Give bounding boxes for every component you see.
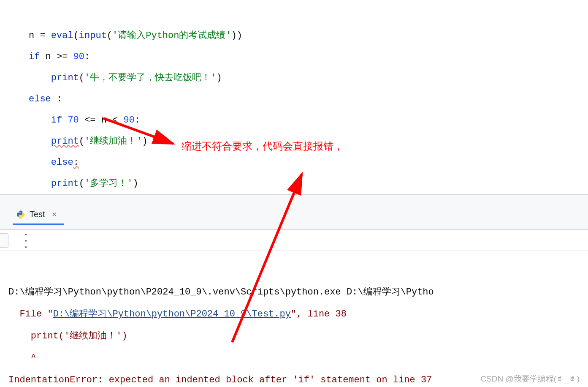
watermark: CSDN @我要学编程(ಥ_ಥ) bbox=[480, 373, 580, 384]
code-line-7: else: bbox=[29, 157, 79, 168]
code-line-5: if 70 <= n < 90: bbox=[29, 115, 140, 125]
code-line-2: if n >= 90: bbox=[29, 52, 90, 62]
console-traceback-file: File "D:\编程学习\Python\python\P2024_10_9\T… bbox=[8, 309, 347, 319]
console-error-message: IndentationError: expected an indented b… bbox=[8, 375, 432, 385]
code-line-4: else : bbox=[29, 94, 62, 104]
run-tab-bar: Test × bbox=[0, 200, 588, 230]
panel-divider[interactable] bbox=[0, 194, 588, 200]
console-output[interactable]: D:\编程学习\Python\python\P2024_10_9\.venv\S… bbox=[0, 251, 588, 387]
traceback-file-link[interactable]: D:\编程学习\Python\python\P2024_10_9\Test.py bbox=[53, 309, 291, 319]
run-tab-label: Test bbox=[30, 210, 45, 219]
python-icon bbox=[16, 210, 25, 219]
code-line-1: n = eval(input('请输入Python的考试成绩')) bbox=[29, 30, 242, 41]
annotation-text: 缩进不符合要求，代码会直接报错， bbox=[182, 139, 344, 153]
code-line-8: print('多学习！') bbox=[29, 178, 138, 189]
run-tab-test[interactable]: Test × bbox=[13, 206, 64, 225]
console-caret: ^ bbox=[8, 353, 36, 363]
code-line-6: print('继续加油！') bbox=[29, 136, 148, 147]
console-run-path: D:\编程学习\Python\python\P2024_10_9\.venv\S… bbox=[8, 287, 434, 297]
code-editor[interactable]: n = eval(input('请输入Python的考试成绩')) if n >… bbox=[0, 0, 588, 194]
console-toolbar: ··· bbox=[0, 230, 588, 251]
code-line-3: print('牛，不要学了，快去吃饭吧！') bbox=[29, 73, 222, 83]
close-icon[interactable]: × bbox=[52, 210, 57, 219]
more-actions-icon[interactable]: ··· bbox=[23, 231, 27, 249]
console-error-code: print('继续加油！') bbox=[8, 331, 127, 341]
toolbar-collapse-button[interactable] bbox=[0, 233, 8, 248]
